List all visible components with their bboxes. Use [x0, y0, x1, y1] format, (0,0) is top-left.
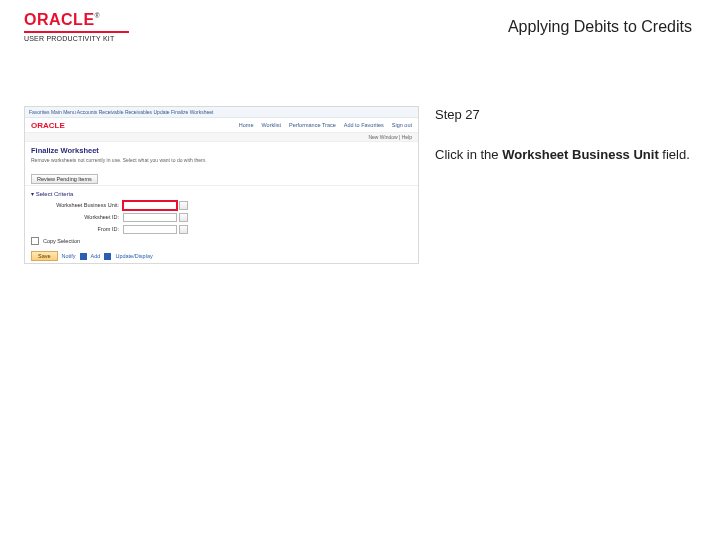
criteria-label: Select Criteria	[36, 191, 74, 197]
tab-home: Home	[239, 122, 254, 128]
logo-text: ORACLE	[24, 11, 95, 28]
review-pending-button: Review Pending Items	[31, 174, 98, 184]
section-desc: Remove worksheets not currently in use. …	[25, 157, 418, 167]
field-row-wid: Worksheet ID:	[25, 211, 418, 223]
tab-worklist: Worklist	[262, 122, 281, 128]
logo-tm: ®	[95, 12, 101, 19]
logo-subtitle: USER PRODUCTIVITY KIT	[24, 35, 134, 42]
action-bar: Save Notify Add Update/Display	[25, 246, 418, 266]
checkbox-icon	[31, 237, 39, 245]
app-screenshot: Favorites Main Menu Accounts Receivable …	[24, 106, 419, 264]
brand-block: ORACLE® USER PRODUCTIVITY KIT	[24, 12, 134, 42]
tab-fav: Add to Favorites	[344, 122, 384, 128]
page-title: Applying Debits to Credits	[508, 12, 696, 36]
app-subbar: New Window | Help	[25, 133, 418, 142]
notify-link: Notify	[62, 253, 76, 259]
update-link: Update/Display	[115, 253, 152, 259]
save-button: Save	[31, 251, 58, 261]
tab-perf: Performance Trace	[289, 122, 336, 128]
add-icon	[80, 253, 87, 260]
wid-label: Worksheet ID:	[31, 214, 123, 220]
step-label: Step 27	[435, 106, 696, 124]
from-label: From ID:	[31, 226, 123, 232]
instruction-suffix: field.	[659, 147, 690, 162]
instruction-prefix: Click in the	[435, 147, 502, 162]
logo-divider	[24, 31, 129, 33]
update-icon	[104, 253, 111, 260]
instruction-text: Click in the Worksheet Business Unit fie…	[435, 146, 696, 164]
worksheet-id-input	[123, 213, 177, 222]
tab-signout: Sign out	[392, 122, 412, 128]
app-header-row: ORACLE Home Worklist Performance Trace A…	[25, 118, 418, 133]
breadcrumb: Favorites Main Menu Accounts Receivable …	[25, 107, 418, 118]
copy-label: Copy Selection	[43, 238, 80, 244]
field-row-bu: Worksheet Business Unit:	[25, 199, 418, 211]
field-row-from: From ID:	[25, 223, 418, 235]
from-id-input	[123, 225, 177, 234]
field-row-copy: Copy Selection	[25, 235, 418, 246]
app-logo: ORACLE	[31, 121, 65, 130]
bu-label: Worksheet Business Unit:	[31, 202, 123, 208]
add-link: Add	[91, 253, 101, 259]
lookup-icon	[179, 225, 188, 234]
section-title: Finalize Worksheet	[25, 142, 418, 157]
instruction-panel: Step 27 Click in the Worksheet Business …	[419, 106, 696, 264]
instruction-bold: Worksheet Business Unit	[502, 147, 659, 162]
oracle-logo: ORACLE®	[24, 12, 134, 28]
lookup-icon	[179, 213, 188, 222]
criteria-header: ▾ Select Criteria	[25, 185, 418, 199]
lookup-icon	[179, 201, 188, 210]
app-tabs: Home Worklist Performance Trace Add to F…	[239, 122, 412, 128]
worksheet-business-unit-input[interactable]	[123, 201, 177, 210]
